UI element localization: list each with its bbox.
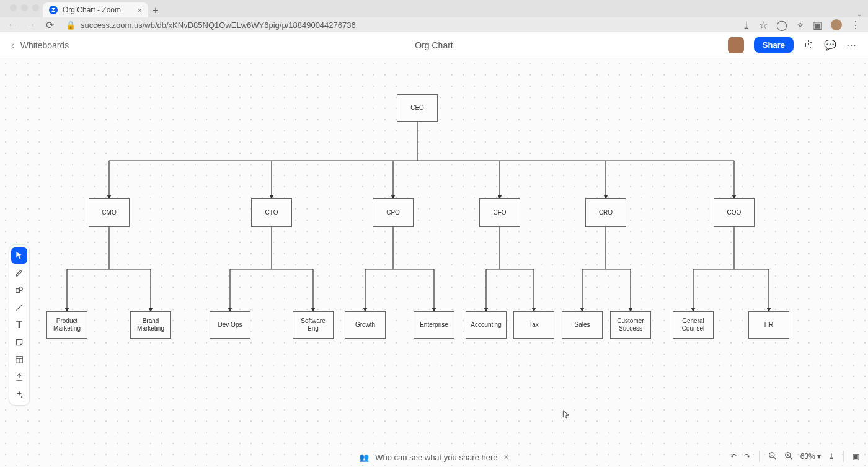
node-ceo[interactable]: CEO — [397, 94, 438, 122]
collaborator-avatar[interactable] — [728, 37, 744, 53]
tool-text[interactable]: T — [11, 317, 27, 333]
browser-menu-icon[interactable]: ⋮ — [851, 19, 861, 31]
window-traffic-lights[interactable] — [6, 0, 43, 17]
nav-reload-icon[interactable]: ⟳ — [45, 20, 55, 30]
svg-point-6 — [21, 396, 22, 398]
people-icon: 👥 — [359, 453, 369, 462]
chevron-left-icon: ‹ — [11, 40, 14, 50]
browser-chrome: Z Org Chart - Zoom × + ⌄ ← → ⟳ 🔒 success… — [0, 0, 868, 32]
address-bar-row: ← → ⟳ 🔒 success.zoom.us/wb/db/xKNvD85NQ1… — [0, 17, 868, 32]
node-hr[interactable]: HR — [748, 311, 789, 339]
node-enterprise[interactable]: Enterprise — [414, 311, 454, 339]
install-icon[interactable]: ⤓ — [742, 19, 750, 31]
tool-line[interactable] — [11, 300, 27, 316]
redo-button[interactable]: ↷ — [744, 452, 750, 461]
node-cro[interactable]: CRO — [585, 198, 626, 227]
timer-icon[interactable]: ⏱ — [804, 40, 815, 51]
app-header: ‹ Whiteboards Org Chart Share ⏱ 💬 ⋯ — [0, 32, 868, 58]
node-coo[interactable]: COO — [714, 198, 755, 227]
canvas-controls: ↶ ↷ 63% ▾ ⤓ ▣ — [730, 451, 859, 462]
bookmark-icon[interactable]: ☆ — [759, 19, 768, 31]
tool-select[interactable] — [11, 247, 27, 264]
tab-close-icon[interactable]: × — [137, 6, 142, 15]
node-sales[interactable]: Sales — [562, 311, 603, 339]
tabs-overflow-icon[interactable]: ⌄ — [857, 11, 862, 17]
node-dev-ops[interactable]: Dev Ops — [210, 311, 250, 339]
node-tax[interactable]: Tax — [513, 311, 554, 339]
svg-line-2 — [16, 305, 22, 310]
tab-title: Org Chart - Zoom — [63, 6, 121, 14]
undo-button[interactable]: ↶ — [730, 452, 737, 461]
back-label: Whiteboards — [20, 40, 69, 50]
panel-icon[interactable]: ▣ — [813, 19, 822, 31]
node-cmo[interactable]: CMO — [89, 198, 130, 227]
tool-template[interactable] — [11, 352, 27, 368]
minimap-button[interactable]: ▣ — [852, 452, 859, 461]
node-software-eng[interactable]: Software Eng — [293, 311, 334, 339]
page-title[interactable]: Org Chart — [415, 40, 453, 50]
node-brand-marketing[interactable]: Brand Marketing — [130, 311, 171, 339]
node-cto[interactable]: CTO — [251, 198, 292, 227]
back-to-whiteboards[interactable]: ‹ Whiteboards — [11, 40, 69, 50]
node-customer-success[interactable]: Customer Success — [610, 311, 651, 339]
tab-strip: Z Org Chart - Zoom × + ⌄ — [0, 0, 868, 17]
more-icon[interactable]: ⋯ — [846, 40, 857, 51]
node-cfo[interactable]: CFO — [479, 198, 520, 227]
profile-avatar[interactable] — [831, 19, 842, 30]
share-button[interactable]: Share — [754, 37, 794, 53]
svg-line-40 — [773, 456, 776, 459]
node-cpo[interactable]: CPO — [373, 198, 414, 227]
left-toolbar: T — [9, 244, 30, 406]
node-growth[interactable]: Growth — [345, 311, 386, 339]
new-tab-button[interactable]: + — [148, 5, 163, 17]
lock-icon: 🔒 — [66, 20, 76, 30]
browser-tab[interactable]: Z Org Chart - Zoom × — [43, 2, 148, 17]
zoom-level[interactable]: 63% ▾ — [800, 452, 821, 461]
extensions-icon[interactable]: ✧ — [796, 19, 804, 31]
zoom-favicon-icon: Z — [49, 6, 58, 14]
zoom-out-button[interactable] — [768, 451, 777, 462]
share-info-banner: 👥 Who can see what you share here × — [359, 452, 508, 462]
nav-forward-icon[interactable]: → — [26, 20, 36, 30]
comment-icon[interactable]: 💬 — [825, 40, 836, 51]
nav-back-icon[interactable]: ← — [7, 20, 17, 30]
url-text: success.zoom.us/wb/db/xKNvD85NQ1OwELw6WY… — [81, 20, 356, 30]
banner-close-icon[interactable]: × — [504, 452, 509, 462]
address-bar[interactable]: 🔒 success.zoom.us/wb/db/xKNvD85NQ1OwELw6… — [63, 20, 733, 30]
node-accounting[interactable]: Accounting — [466, 311, 507, 339]
tool-sticky[interactable] — [11, 334, 27, 350]
tool-shapes[interactable] — [11, 282, 27, 298]
node-product-marketing[interactable]: Product Marketing — [46, 311, 87, 339]
tool-upload[interactable] — [11, 369, 27, 385]
zoom-in-button[interactable] — [784, 451, 793, 462]
node-general-counsel[interactable]: General Counsel — [673, 311, 714, 339]
fit-button[interactable]: ⤓ — [828, 452, 835, 461]
tool-pen[interactable] — [11, 265, 27, 281]
svg-line-43 — [789, 456, 792, 459]
cursor-pointer-icon — [562, 409, 570, 420]
whiteboard-canvas[interactable]: T — [0, 58, 868, 467]
circle-icon[interactable]: ◯ — [776, 19, 787, 31]
tool-ai[interactable] — [11, 386, 27, 403]
share-info-text[interactable]: Who can see what you share here — [375, 453, 497, 462]
